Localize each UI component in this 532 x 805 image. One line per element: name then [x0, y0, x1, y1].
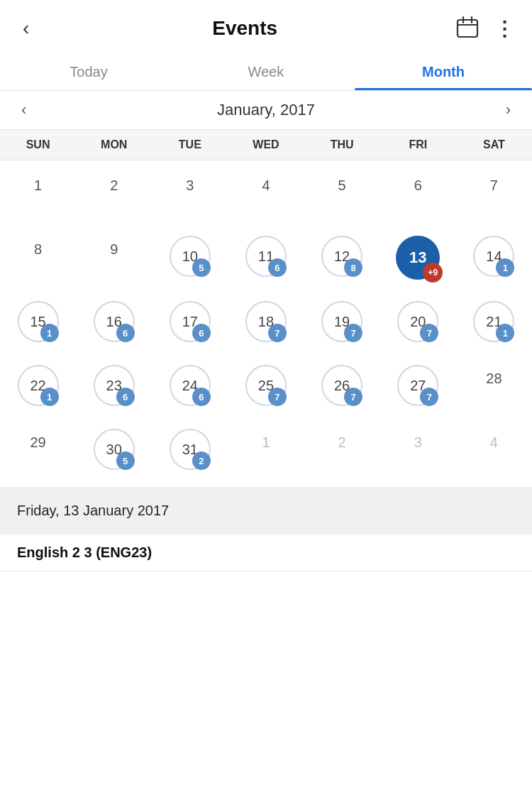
calendar-grid: 1 2 3 4 5 — [0, 160, 532, 481]
calendar-cell[interactable]: 10 5 — [152, 224, 228, 290]
more-icon[interactable]: ⋮ — [494, 17, 515, 40]
day-ring: 24 6 — [170, 365, 211, 406]
calendar-cell[interactable]: 27 7 — [380, 354, 456, 417]
tab-week[interactable]: Week — [177, 54, 355, 90]
date-number: 3 — [414, 434, 422, 451]
event-badge: 1 — [496, 324, 514, 342]
event-badge: 6 — [116, 388, 135, 406]
calendar-cell[interactable]: 23 6 — [76, 354, 152, 417]
calendar-cell[interactable]: 6 — [380, 160, 456, 224]
date-number: 1 — [262, 434, 270, 451]
calendar-cell[interactable]: 28 — [456, 354, 532, 417]
calendar-cell[interactable]: 1 — [228, 417, 304, 481]
back-button[interactable]: ‹ — [17, 14, 35, 43]
event-badge: 6 — [192, 324, 211, 342]
calendar-cell[interactable]: 3 — [380, 417, 456, 481]
event-badge: 6 — [268, 258, 287, 277]
calendar-cell[interactable]: 26 7 — [304, 354, 380, 417]
calendar-cell[interactable]: 30 5 — [76, 417, 152, 481]
event-badge: 2 — [192, 451, 211, 470]
calendar-cell[interactable]: 4 — [456, 417, 532, 481]
selected-day-circle: 13 +9 — [396, 236, 440, 280]
date-number: 8 — [34, 241, 42, 258]
page-title: Events — [212, 17, 277, 40]
date-number: 1 — [34, 177, 42, 194]
calendar-cell[interactable]: 22 1 — [0, 354, 76, 417]
event-badge: 7 — [420, 388, 438, 406]
day-ring: 20 7 — [397, 301, 438, 342]
event-badge: 8 — [344, 258, 362, 277]
calendar-cell[interactable]: 25 7 — [228, 354, 304, 417]
tab-today[interactable]: Today — [0, 54, 177, 90]
calendar-cell[interactable]: 8 — [0, 224, 76, 290]
date-number: 2 — [338, 434, 346, 451]
event-badge: 7 — [268, 324, 287, 342]
day-ring: 21 1 — [473, 301, 514, 342]
day-ring: 31 2 — [170, 429, 211, 470]
calendar-cell[interactable]: 31 2 — [152, 417, 228, 481]
calendar-cell[interactable]: 29 — [0, 417, 76, 481]
calendar-cell[interactable]: 9 — [76, 224, 152, 290]
calendar-cell[interactable]: 5 — [304, 160, 380, 224]
event-badge: 6 — [116, 324, 135, 342]
day-ring: 23 6 — [94, 365, 135, 406]
event-badge: 5 — [116, 451, 135, 470]
day-headers: SUN MON TUE WED THU FRI SAT — [0, 130, 532, 160]
date-number: 7 — [490, 177, 498, 194]
day-header-fri: FRI — [380, 136, 456, 154]
calendar-cell[interactable]: 17 6 — [152, 290, 228, 354]
info-bar: Friday, 13 January 2017 — [0, 487, 532, 535]
calendar-cell[interactable]: 20 7 — [380, 290, 456, 354]
calendar-cell[interactable]: 11 6 — [228, 224, 304, 290]
calendar-cell[interactable]: 13 +9 — [380, 224, 456, 290]
date-number: 29 — [30, 434, 45, 451]
day-ring: 15 1 — [18, 301, 59, 342]
calendar-cell[interactable]: 2 — [304, 417, 380, 481]
date-number: 4 — [262, 177, 270, 194]
calendar-cell[interactable]: 16 6 — [76, 290, 152, 354]
day-ring: 30 5 — [94, 429, 135, 470]
calendar-cell[interactable]: 19 7 — [304, 290, 380, 354]
selected-date-label: Friday, 13 January 2017 — [17, 503, 169, 518]
calendar-cell[interactable]: 21 1 — [456, 290, 532, 354]
day-ring: 16 6 — [94, 301, 135, 342]
day-ring: 11 6 — [245, 236, 287, 277]
event-item[interactable]: English 2 3 (ENG23) — [0, 535, 532, 571]
event-badge: 7 — [344, 324, 362, 342]
day-ring: 17 6 — [170, 301, 211, 342]
month-nav: ‹ January, 2017 › — [0, 91, 532, 130]
day-header-mon: MON — [76, 136, 152, 154]
day-ring: 12 8 — [321, 236, 362, 277]
calendar-cell[interactable]: 4 — [228, 160, 304, 224]
calendar-cell[interactable]: 2 — [76, 160, 152, 224]
tab-bar: Today Week Month — [0, 54, 532, 91]
header-icons: ⋮ — [455, 14, 515, 43]
tab-month[interactable]: Month — [355, 54, 532, 90]
next-month-button[interactable]: › — [499, 98, 518, 122]
month-title: January, 2017 — [217, 101, 315, 119]
calendar-cell[interactable]: 7 — [456, 160, 532, 224]
calendar-cell[interactable]: 1 — [0, 160, 76, 224]
calendar-cell[interactable]: 18 7 — [228, 290, 304, 354]
event-badge: 7 — [420, 324, 438, 342]
date-number: 9 — [110, 241, 118, 258]
calendar-cell[interactable]: 14 1 — [456, 224, 532, 290]
calendar-cell[interactable]: 3 — [152, 160, 228, 224]
calendar-cell[interactable]: 15 1 — [0, 290, 76, 354]
calendar-icon[interactable] — [455, 14, 480, 43]
event-badge: 1 — [496, 258, 514, 277]
event-title: English 2 3 (ENG23) — [17, 544, 152, 560]
event-badge: 1 — [40, 388, 59, 406]
prev-month-button[interactable]: ‹ — [14, 98, 33, 122]
calendar-cell[interactable]: 24 6 — [152, 354, 228, 417]
day-ring: 19 7 — [321, 301, 362, 342]
day-ring: 22 1 — [18, 365, 59, 406]
event-badge: 5 — [192, 258, 211, 277]
calendar-cell[interactable]: 12 8 — [304, 224, 380, 290]
event-badge: 7 — [344, 388, 362, 406]
date-number: 3 — [186, 177, 194, 194]
date-number: 13 — [409, 248, 426, 267]
app-header: ‹ Events ⋮ — [0, 0, 532, 54]
day-ring: 27 7 — [397, 365, 438, 406]
day-ring: 10 5 — [170, 236, 211, 277]
